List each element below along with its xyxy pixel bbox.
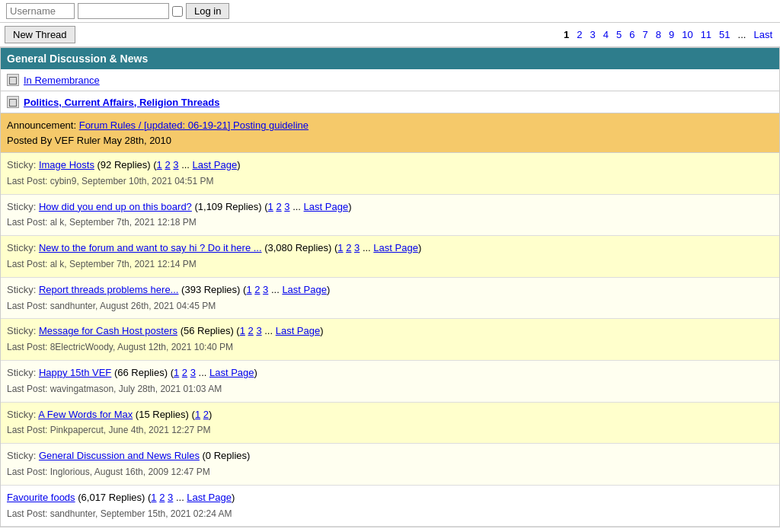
sticky-row-6: Sticky: A Few Words for Max (15 Replies)… bbox=[1, 403, 779, 444]
sticky-page2-6[interactable]: 2 bbox=[203, 409, 209, 420]
announcement-posted-by: Posted By VEF Ruler May 28th, 2010 bbox=[7, 135, 171, 146]
login-button[interactable]: Log in bbox=[186, 3, 229, 19]
page-2[interactable]: 2 bbox=[574, 28, 585, 41]
thread-lastpage-fav[interactable]: Last Page bbox=[187, 492, 232, 503]
sticky-row-7: Sticky: General Discussion and News Rule… bbox=[1, 444, 779, 486]
sticky-lastpage-1[interactable]: Last Page bbox=[304, 201, 349, 212]
sticky-page1-4[interactable]: 1 bbox=[240, 325, 245, 336]
sticky-title-7[interactable]: General Discussion and News Rules bbox=[39, 450, 200, 461]
page-5[interactable]: 5 bbox=[613, 28, 625, 41]
page-10[interactable]: 10 bbox=[679, 28, 695, 41]
sticky-title-3[interactable]: Report threads problems here... bbox=[39, 284, 179, 295]
thread-lastpost-fav: Last Post: sandhunter, September 15th, 2… bbox=[7, 508, 232, 519]
page-6[interactable]: 6 bbox=[626, 28, 638, 41]
sticky-title-4[interactable]: Message for Cash Host posters bbox=[39, 325, 177, 336]
sticky-page2-4[interactable]: 2 bbox=[248, 325, 254, 336]
thread-page3-fav[interactable]: 3 bbox=[168, 492, 173, 503]
sticky-row-3: Sticky: Report threads problems here... … bbox=[1, 278, 779, 320]
sticky-lastpage-4[interactable]: Last Page bbox=[276, 325, 321, 336]
subsection-icon-2 bbox=[7, 96, 19, 108]
announcement-link[interactable]: Forum Rules / [updated: 06-19-21] Postin… bbox=[79, 119, 308, 131]
announcement-row: Announcement: Forum Rules / [updated: 06… bbox=[1, 113, 779, 153]
sticky-title-6[interactable]: A Few Words for Max bbox=[38, 409, 133, 420]
sticky-page2-2[interactable]: 2 bbox=[346, 242, 351, 253]
thread-title-favourite-foods[interactable]: Favourite foods bbox=[7, 492, 75, 503]
announcement-prefix: Announcement: bbox=[7, 119, 76, 131]
sticky-label-3: Sticky: bbox=[7, 284, 36, 295]
sticky-page1-6[interactable]: 1 bbox=[195, 409, 200, 420]
sticky-lastpage-0[interactable]: Last Page bbox=[193, 159, 238, 170]
sticky-label-7: Sticky: bbox=[7, 450, 36, 461]
thread-page2-fav[interactable]: 2 bbox=[159, 492, 165, 503]
password-input[interactable] bbox=[78, 3, 169, 19]
sticky-lastpost-2: Last Post: al k, September 7th, 2021 12:… bbox=[7, 259, 197, 269]
sticky-page3-5[interactable]: 3 bbox=[190, 367, 196, 378]
sticky-title-1[interactable]: How did you end up on this board? bbox=[39, 201, 192, 212]
page-8[interactable]: 8 bbox=[653, 28, 664, 41]
sticky-replies-6: (15 Replies) bbox=[136, 409, 189, 420]
subsection-remembrance-link[interactable]: In Remembrance bbox=[24, 75, 100, 86]
sticky-page3-1[interactable]: 3 bbox=[284, 201, 289, 212]
sticky-page3-4[interactable]: 3 bbox=[256, 325, 261, 336]
page-4[interactable]: 4 bbox=[600, 28, 612, 41]
sticky-label-4: Sticky: bbox=[7, 325, 36, 336]
sticky-title-0[interactable]: Image Hosts bbox=[39, 159, 94, 170]
section-header: General Discussion & News bbox=[1, 48, 779, 69]
sticky-label-1: Sticky: bbox=[7, 201, 36, 212]
sticky-replies-5: (66 Replies) bbox=[114, 367, 168, 378]
page-11[interactable]: 11 bbox=[698, 28, 714, 41]
sticky-page2-1[interactable]: 2 bbox=[276, 201, 281, 212]
sticky-replies-7: (0 Replies) bbox=[203, 450, 251, 461]
sticky-row-2: Sticky: New to the forum and want to say… bbox=[1, 236, 779, 278]
sticky-label-2: Sticky: bbox=[7, 242, 36, 253]
sticky-row-4: Sticky: Message for Cash Host posters (5… bbox=[1, 319, 779, 361]
sticky-replies-4: (56 Replies) bbox=[181, 325, 234, 336]
sticky-page1-1[interactable]: 1 bbox=[268, 201, 273, 212]
forum-container: General Discussion & News In Remembrance… bbox=[0, 47, 780, 527]
sticky-lastpage-3[interactable]: Last Page bbox=[282, 284, 327, 295]
sticky-replies-3: (393 Replies) bbox=[181, 284, 240, 295]
new-thread-button[interactable]: New Thread bbox=[5, 26, 75, 43]
sticky-lastpage-2[interactable]: Last Page bbox=[373, 242, 418, 253]
thread-bar: New Thread 1 2 3 4 5 6 7 8 9 10 11 51 ..… bbox=[0, 23, 780, 47]
subsection-remembrance: In Remembrance bbox=[1, 69, 779, 91]
section-title: General Discussion & News bbox=[7, 53, 148, 65]
remember-checkbox[interactable] bbox=[172, 6, 183, 17]
sticky-page1-0[interactable]: 1 bbox=[157, 159, 162, 170]
page-1[interactable]: 1 bbox=[561, 28, 572, 41]
sticky-title-2[interactable]: New to the forum and want to say hi ? Do… bbox=[39, 242, 262, 253]
subsection-politics-link[interactable]: Politics, Current Affairs, Religion Thre… bbox=[24, 97, 219, 108]
sticky-lastpost-3: Last Post: sandhunter, August 26th, 2021… bbox=[7, 301, 216, 311]
sticky-label-0: Sticky: bbox=[7, 159, 36, 170]
sticky-lastpost-5: Last Post: wavingatmason, July 28th, 202… bbox=[7, 384, 222, 394]
sticky-page3-2[interactable]: 3 bbox=[354, 242, 360, 253]
sticky-page1-2[interactable]: 1 bbox=[337, 242, 343, 253]
sticky-page3-3[interactable]: 3 bbox=[263, 284, 268, 295]
sticky-replies-2: (3,080 Replies) bbox=[264, 242, 331, 253]
page-7[interactable]: 7 bbox=[639, 28, 651, 41]
sticky-page3-0[interactable]: 3 bbox=[173, 159, 178, 170]
thread-row-favourite-foods: Favourite foods (6,017 Replies) (1 2 3 .… bbox=[1, 486, 779, 527]
page-51[interactable]: 51 bbox=[716, 28, 733, 41]
sticky-page1-5[interactable]: 1 bbox=[174, 367, 179, 378]
page-9[interactable]: 9 bbox=[666, 28, 677, 41]
sticky-lastpage-5[interactable]: Last Page bbox=[209, 367, 254, 378]
sticky-title-5[interactable]: Happy 15th VEF bbox=[39, 367, 111, 378]
ellipsis: ... bbox=[735, 28, 750, 41]
thread-page1-fav[interactable]: 1 bbox=[151, 492, 156, 503]
sticky-lastpost-1: Last Post: al k, September 7th, 2021 12:… bbox=[7, 217, 197, 228]
sticky-replies-1: (1,109 Replies) bbox=[194, 201, 261, 212]
sticky-page1-3[interactable]: 1 bbox=[246, 284, 251, 295]
subsection-icon bbox=[7, 74, 19, 86]
page-last[interactable]: Last bbox=[750, 28, 775, 41]
login-form: Log in bbox=[6, 3, 229, 19]
sticky-page2-3[interactable]: 2 bbox=[254, 284, 260, 295]
sticky-lastpost-4: Last Post: 8ElectricWoody, August 12th, … bbox=[7, 342, 233, 352]
pagination: 1 2 3 4 5 6 7 8 9 10 11 51 ... Last bbox=[561, 28, 775, 41]
sticky-lastpost-7: Last Post: Inglorious, August 16th, 2009… bbox=[7, 467, 210, 477]
sticky-row-0: Sticky: Image Hosts (92 Replies) (1 2 3 … bbox=[1, 153, 779, 195]
page-3[interactable]: 3 bbox=[587, 28, 599, 41]
username-input[interactable] bbox=[6, 3, 75, 19]
sticky-page2-5[interactable]: 2 bbox=[182, 367, 187, 378]
sticky-page2-0[interactable]: 2 bbox=[165, 159, 170, 170]
